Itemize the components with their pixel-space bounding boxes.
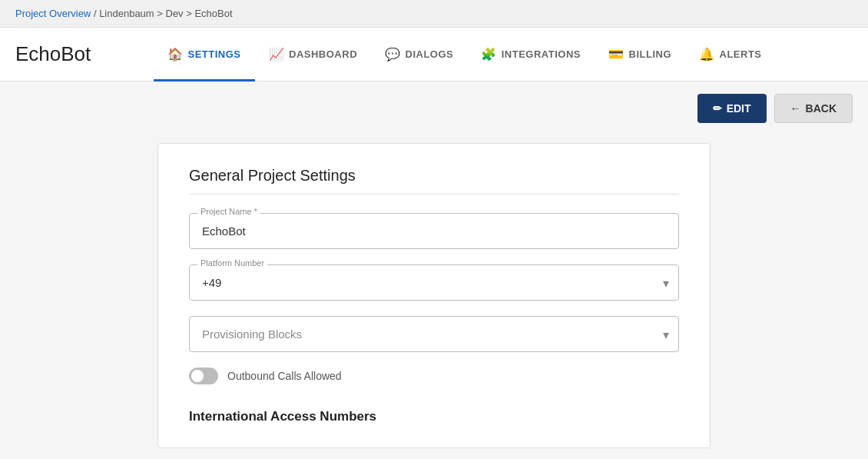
project-name-field: Project Name * xyxy=(189,213,679,249)
header: EchoBot 🏠 SETTINGS 📈 DASHBOARD 💬 DIALOGS… xyxy=(0,28,868,81)
integrations-icon: 🧩 xyxy=(481,47,497,62)
tab-billing-label: BILLING xyxy=(629,48,672,60)
breadcrumb-project-overview-link[interactable]: Project Overview xyxy=(15,8,91,19)
settings-icon: 🏠 xyxy=(167,47,184,62)
provisioning-blocks-field: Provisioning Blocks ▾ xyxy=(189,316,679,352)
tab-alerts-label: ALERTS xyxy=(720,48,762,60)
section-title: General Project Settings xyxy=(189,167,679,195)
edit-button[interactable]: ✏ EDIT xyxy=(697,94,767,123)
platform-number-label: Platform Number xyxy=(197,258,267,268)
toggle-slider xyxy=(189,368,218,384)
nav-tabs: 🏠 SETTINGS 📈 DASHBOARD 💬 DIALOGS 🧩 INTEG… xyxy=(154,28,776,81)
tab-dashboard-label: DASHBOARD xyxy=(289,48,357,60)
breadcrumb-separator: / xyxy=(94,8,97,19)
back-label: BACK xyxy=(806,102,837,115)
back-button[interactable]: ← BACK xyxy=(774,94,853,123)
platform-number-field: Platform Number +49 ▾ xyxy=(189,264,679,301)
platform-number-select[interactable]: +49 xyxy=(190,265,678,300)
tab-integrations-label: INTEGRATIONS xyxy=(502,48,581,60)
main-content: General Project Settings Project Name * … xyxy=(0,135,868,459)
tab-settings[interactable]: 🏠 SETTINGS xyxy=(154,28,255,81)
tab-dashboard[interactable]: 📈 DASHBOARD xyxy=(255,28,372,81)
outbound-calls-label: Outbound Calls Allowed xyxy=(227,370,342,382)
outbound-calls-toggle[interactable] xyxy=(189,368,218,384)
project-name-input[interactable] xyxy=(190,214,678,248)
edit-icon: ✏ xyxy=(713,102,722,115)
tab-alerts[interactable]: 🔔 ALERTS xyxy=(685,28,776,81)
outbound-calls-row: Outbound Calls Allowed xyxy=(189,368,679,384)
tab-dialogs[interactable]: 💬 DIALOGS xyxy=(371,28,467,81)
tab-billing[interactable]: 💳 BILLING xyxy=(595,28,685,81)
provisioning-blocks-select[interactable]: Provisioning Blocks xyxy=(190,317,678,351)
back-arrow-icon: ← xyxy=(790,102,801,115)
alerts-icon: 🔔 xyxy=(699,47,715,62)
app-title: EchoBot xyxy=(15,42,123,66)
tab-settings-label: SETTINGS xyxy=(188,48,241,60)
edit-label: EDIT xyxy=(727,102,751,115)
breadcrumb: Project Overview / Lindenbaum > Dev > Ec… xyxy=(0,0,868,28)
billing-icon: 💳 xyxy=(608,47,624,62)
tab-integrations[interactable]: 🧩 INTEGRATIONS xyxy=(467,28,595,81)
platform-number-wrapper: Platform Number +49 ▾ xyxy=(189,264,679,301)
dialogs-icon: 💬 xyxy=(385,47,401,62)
action-bar: ✏ EDIT ← BACK xyxy=(0,81,868,135)
project-name-wrapper: Project Name * xyxy=(189,213,679,249)
settings-card: General Project Settings Project Name * … xyxy=(157,143,711,448)
tab-dialogs-label: DIALOGS xyxy=(406,48,454,60)
dashboard-icon: 📈 xyxy=(269,47,285,62)
international-access-title: International Access Numbers xyxy=(189,403,679,424)
project-name-label: Project Name * xyxy=(197,207,260,216)
breadcrumb-path: Lindenbaum > Dev > EchoBot xyxy=(99,8,232,19)
